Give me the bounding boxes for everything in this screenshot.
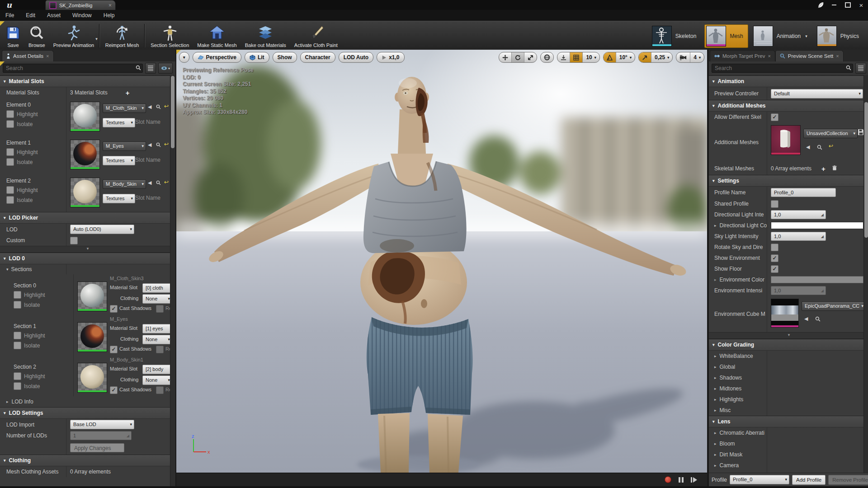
translate-tool-icon[interactable] xyxy=(499,52,511,62)
camera-row[interactable]: ▸Camera xyxy=(709,460,868,471)
tab-close-icon[interactable]: × xyxy=(108,2,112,9)
section-header-clothing[interactable]: ▾Clothing xyxy=(0,455,175,466)
browse-to-asset-icon[interactable] xyxy=(815,316,821,323)
isolate-checkbox[interactable] xyxy=(6,120,14,128)
minimize-button[interactable] xyxy=(827,0,841,10)
environment-intensity-spinner[interactable]: 1,0 xyxy=(771,286,826,295)
tab-close-icon[interactable]: × xyxy=(768,53,770,59)
preview-controller-dropdown[interactable]: Default xyxy=(771,89,863,99)
lod-info-row[interactable]: ▸LOD Info xyxy=(0,396,175,407)
highlight-checkbox[interactable] xyxy=(6,186,14,194)
bake-out-materials-button[interactable]: Bake out Materials xyxy=(241,22,290,49)
lod-dropdown[interactable]: Auto (LOD0) xyxy=(70,225,134,234)
isolate-checkbox[interactable] xyxy=(14,301,21,309)
midtones-row[interactable]: ▸Midtones xyxy=(709,383,868,394)
pause-button[interactable] xyxy=(679,477,684,483)
mode-animation[interactable]: Animation ▾ xyxy=(752,25,812,47)
material-select-dropdown[interactable]: M_Eyes xyxy=(103,141,146,151)
details-expander[interactable]: ▾ xyxy=(709,332,868,339)
details-expander[interactable]: ▾ xyxy=(0,246,175,253)
highlight-checkbox[interactable] xyxy=(6,110,14,118)
profile-name-field[interactable]: Profile_0 xyxy=(771,188,836,197)
sky-light-intensity-spinner[interactable]: 1,0 xyxy=(771,232,826,241)
step-forward-button[interactable] xyxy=(691,477,697,483)
section-clothing-dropdown[interactable]: None xyxy=(142,335,172,344)
reset-to-default-icon[interactable]: ↩ xyxy=(164,179,169,185)
material-thumbnail[interactable] xyxy=(70,102,100,131)
mode-mesh[interactable]: Mesh xyxy=(704,24,748,48)
viewport-scene[interactable]: ▾ Perspective Lit Show Character LOD Aut… xyxy=(176,50,707,473)
chromatic-aberration-row[interactable]: ▸Chromatic Aberrati xyxy=(709,427,868,438)
asset-document-tab[interactable]: SK_ZombieBig × xyxy=(45,0,116,10)
shared-profile-checkbox[interactable] xyxy=(771,200,778,208)
reset-to-default-icon[interactable]: ↩ xyxy=(164,103,169,109)
feather-icon[interactable] xyxy=(814,0,827,10)
save-button[interactable]: Save xyxy=(2,22,24,49)
highlight-checkbox[interactable] xyxy=(6,148,14,156)
add-material-slot-icon[interactable]: + xyxy=(126,89,130,97)
animation-dropdown-icon[interactable]: ▾ xyxy=(805,34,807,38)
allow-different-skeletons-checkbox[interactable] xyxy=(771,113,778,121)
section-selection-button[interactable]: Section Selection xyxy=(146,22,193,49)
perspective-button[interactable]: Perspective xyxy=(193,52,241,63)
use-selected-icon[interactable]: ◀ xyxy=(806,144,810,150)
section-clothing-dropdown[interactable]: None xyxy=(142,294,172,304)
camera-speed-icon[interactable] xyxy=(676,52,690,62)
highlight-checkbox[interactable] xyxy=(14,372,21,380)
isolate-checkbox[interactable] xyxy=(6,158,14,166)
close-button[interactable]: × xyxy=(854,0,868,10)
tab-close-icon[interactable]: × xyxy=(836,53,839,59)
scale-snap-icon[interactable] xyxy=(639,52,651,62)
grid-snap-value[interactable]: 10▾ xyxy=(582,52,599,62)
profile-dropdown[interactable]: Profile_0 xyxy=(730,475,789,484)
section-header-animation[interactable]: ▾Animation xyxy=(709,75,868,87)
right-panel-scrollbar[interactable] xyxy=(863,75,868,473)
highlight-checkbox[interactable] xyxy=(14,291,21,299)
custom-checkbox[interactable] xyxy=(70,237,78,244)
material-select-dropdown[interactable]: M_Body_Skin xyxy=(103,179,146,189)
cast-shadows-checkbox[interactable] xyxy=(110,346,118,353)
section-material-thumbnail[interactable] xyxy=(77,363,107,393)
bloom-row[interactable]: ▸Bloom xyxy=(709,438,868,449)
scale-snap-value[interactable]: 0,25▾ xyxy=(651,52,672,62)
remove-profile-button[interactable]: Remove Profile xyxy=(828,475,868,485)
show-menu-button[interactable]: Show xyxy=(273,52,297,63)
section-material-thumbnail[interactable] xyxy=(77,322,107,352)
rotation-snap-value[interactable]: 10°▾ xyxy=(616,52,635,62)
use-selected-icon[interactable]: ◀ xyxy=(148,180,151,186)
environment-color-swatch[interactable] xyxy=(771,276,863,283)
tab-asset-details[interactable]: Asset Details × xyxy=(2,50,54,61)
use-selected-icon[interactable]: ◀ xyxy=(148,104,151,110)
view-grid-icon[interactable] xyxy=(145,63,156,74)
surface-snap-icon[interactable] xyxy=(557,52,570,62)
section-clothing-dropdown[interactable]: None xyxy=(142,375,172,385)
playback-speed-button[interactable]: x1,0 xyxy=(377,52,404,63)
trash-icon[interactable] xyxy=(832,165,837,172)
browse-to-asset-icon[interactable] xyxy=(156,104,161,111)
section-header-lod-picker[interactable]: ▾LOD Picker xyxy=(0,212,175,224)
highlights-row[interactable]: ▸Highlights xyxy=(709,394,868,405)
material-thumbnail[interactable] xyxy=(70,140,100,169)
menu-asset[interactable]: Asset xyxy=(47,12,61,19)
recompute-checkbox[interactable] xyxy=(156,346,164,353)
add-element-icon[interactable]: + xyxy=(821,165,826,173)
reimport-mesh-button[interactable]: Reimport Mesh xyxy=(101,22,143,49)
section-header-lens[interactable]: ▾Lens xyxy=(709,416,868,427)
material-select-dropdown[interactable]: M_Cloth_Skin xyxy=(103,103,146,113)
rotation-snap-icon[interactable] xyxy=(604,52,616,62)
cubemap-thumbnail[interactable] xyxy=(771,299,799,328)
menu-edit[interactable]: Edit xyxy=(26,12,35,19)
left-panel-scrollbar[interactable] xyxy=(170,75,175,486)
tab-morph-target-preview[interactable]: Morph Target Prev × xyxy=(710,50,775,61)
section-material-thumbnail[interactable] xyxy=(77,282,107,311)
menu-help[interactable]: Help xyxy=(104,12,115,19)
material-thumbnail[interactable] xyxy=(70,178,100,207)
section-header-lod0[interactable]: ▾LOD 0 xyxy=(0,253,175,264)
dirt-mask-row[interactable]: ▸Dirt Mask xyxy=(709,449,868,460)
browse-button[interactable]: Browse xyxy=(24,22,49,49)
isolate-checkbox[interactable] xyxy=(6,196,14,204)
browse-to-asset-icon[interactable] xyxy=(156,180,161,187)
use-selected-icon[interactable]: ◀ xyxy=(148,142,151,148)
textures-dropdown[interactable]: Textures xyxy=(103,118,135,127)
number-of-lods-spinner[interactable]: 1 xyxy=(70,431,132,440)
